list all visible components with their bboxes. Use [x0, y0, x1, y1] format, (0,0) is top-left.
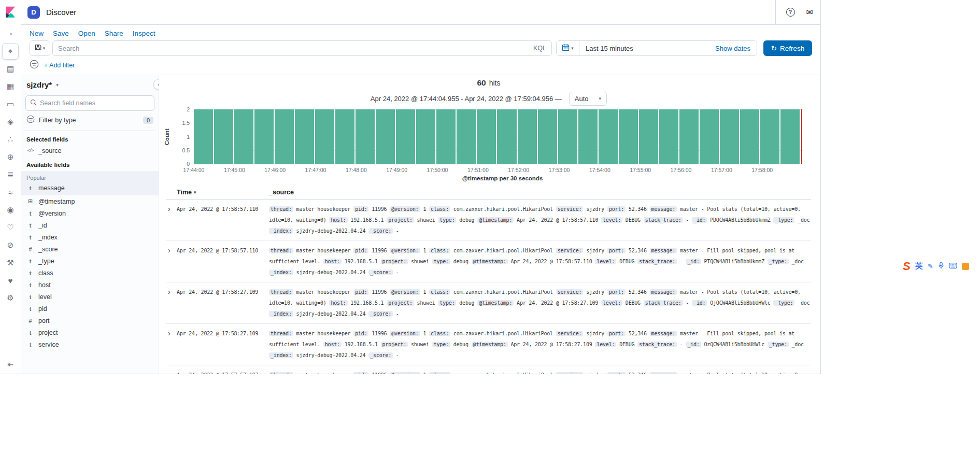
- field-item-@version[interactable]: t@version: [21, 207, 159, 219]
- histogram-bar[interactable]: [760, 109, 779, 164]
- handwriting-icon[interactable]: ✎: [928, 262, 933, 270]
- add-filter-button[interactable]: + Add filter: [44, 62, 75, 69]
- index-pattern-switcher[interactable]: sjzdry* ▾: [21, 75, 159, 92]
- discover-icon[interactable]: ⌖: [0, 42, 21, 60]
- dashboard-icon[interactable]: ▦: [0, 78, 21, 95]
- security-icon[interactable]: ⊘: [0, 236, 21, 254]
- recently-viewed-icon[interactable]: ◔: [0, 25, 21, 42]
- stack-monitoring-icon[interactable]: ♥: [0, 272, 21, 289]
- field-item-service[interactable]: tservice: [21, 338, 159, 350]
- histogram-bar[interactable]: [457, 109, 476, 164]
- histogram-bar[interactable]: [578, 109, 598, 164]
- nav-link-new[interactable]: New: [30, 30, 44, 37]
- histogram-bar[interactable]: [740, 109, 759, 164]
- field-item-_id[interactable]: t_id: [21, 219, 159, 231]
- histogram-bar[interactable]: [497, 109, 516, 164]
- field-item-_source[interactable]: </>_source: [21, 145, 159, 157]
- field-search-input[interactable]: [40, 100, 150, 107]
- histogram-bar[interactable]: [254, 109, 274, 164]
- field-item-message[interactable]: tmessage: [21, 182, 159, 194]
- histogram-bar[interactable]: [538, 109, 557, 164]
- voice-input-icon[interactable]: [938, 262, 944, 271]
- collapse-menu-icon[interactable]: ⇤: [7, 360, 13, 368]
- field-key-badge: pid:: [353, 372, 368, 374]
- visualize-icon[interactable]: ▤: [0, 60, 21, 78]
- interval-select[interactable]: Auto ▾: [569, 92, 607, 106]
- space-avatar[interactable]: D: [27, 6, 40, 19]
- machine-learning-icon[interactable]: ∴: [0, 131, 21, 148]
- language-mode-indicator[interactable]: 英: [915, 261, 923, 271]
- filter-icon[interactable]: [30, 60, 39, 71]
- dev-tools-icon[interactable]: ⚒: [0, 254, 21, 272]
- filter-by-type-button[interactable]: Filter by type 0: [25, 114, 154, 131]
- histogram-bar[interactable]: [639, 109, 658, 164]
- kql-language-button[interactable]: KQL: [528, 45, 546, 52]
- histogram-bar[interactable]: [275, 109, 294, 164]
- histogram-bar[interactable]: [659, 109, 678, 164]
- expand-row-icon[interactable]: ›: [166, 328, 177, 339]
- nav-link-share[interactable]: Share: [105, 30, 123, 37]
- histogram-bar[interactable]: [700, 109, 719, 164]
- saved-query-button[interactable]: ▾: [30, 40, 50, 56]
- histogram-bar[interactable]: [477, 109, 496, 164]
- expand-row-icon[interactable]: ›: [166, 287, 177, 297]
- histogram-bar[interactable]: [315, 109, 334, 164]
- nav-link-inspect[interactable]: Inspect: [133, 30, 155, 37]
- histogram-bar[interactable]: [436, 109, 456, 164]
- field-item-@timestamp[interactable]: ⊞@timestamp: [21, 195, 159, 207]
- refresh-button[interactable]: ↻ Refresh: [763, 40, 812, 56]
- maps-icon[interactable]: ◈: [0, 113, 21, 131]
- time-range-value[interactable]: Last 15 minutes: [579, 45, 633, 52]
- apm-icon[interactable]: ◉: [0, 201, 21, 219]
- search-input[interactable]: [58, 45, 528, 52]
- show-dates-button[interactable]: Show dates: [715, 45, 757, 52]
- field-item-class[interactable]: tclass: [21, 267, 159, 279]
- kibana-logo[interactable]: [0, 0, 21, 25]
- field-item-host[interactable]: thost: [21, 279, 159, 291]
- source-cell: thread: master housekeeper pid: 11996 @v…: [269, 287, 811, 319]
- histogram-bar[interactable]: [214, 109, 233, 164]
- histogram-bar[interactable]: [780, 109, 800, 164]
- histogram-bar[interactable]: [518, 109, 537, 164]
- nav-link-save[interactable]: Save: [53, 30, 69, 37]
- sogou-logo-icon[interactable]: S: [903, 261, 911, 272]
- canvas-icon[interactable]: ▭: [0, 95, 21, 113]
- expand-row-icon[interactable]: ›: [166, 245, 177, 256]
- field-item-pid[interactable]: tpid: [21, 303, 159, 315]
- histogram-bar[interactable]: [356, 109, 375, 164]
- histogram-bar[interactable]: [720, 109, 739, 164]
- histogram-bar[interactable]: [396, 109, 415, 164]
- field-item-level[interactable]: tlevel: [21, 291, 159, 303]
- quick-select-button[interactable]: ▾: [557, 41, 579, 55]
- nav-link-open[interactable]: Open: [78, 30, 95, 37]
- management-icon[interactable]: ⚙: [0, 289, 21, 307]
- field-item-_type[interactable]: t_type: [21, 255, 159, 267]
- histogram-bar[interactable]: [599, 109, 618, 164]
- histogram-bar[interactable]: [376, 109, 395, 164]
- logs-icon[interactable]: ≣: [0, 166, 21, 183]
- number-field-icon: #: [26, 318, 34, 324]
- keyboard-icon[interactable]: [949, 262, 957, 271]
- field-item-project[interactable]: tproject: [21, 327, 159, 338]
- histogram-bar[interactable]: [619, 109, 638, 164]
- select-caret-icon: ▾: [599, 96, 602, 101]
- histogram-bar[interactable]: [295, 109, 314, 164]
- time-column-header[interactable]: Time ▾: [177, 189, 269, 196]
- metrics-icon[interactable]: ≈: [0, 183, 21, 201]
- field-item-_index[interactable]: t_index: [21, 231, 159, 243]
- histogram-bar[interactable]: [194, 109, 213, 164]
- newsfeed-icon[interactable]: ✉: [806, 7, 813, 17]
- uptime-icon[interactable]: ♡: [0, 219, 21, 236]
- expand-row-icon[interactable]: ›: [166, 370, 177, 374]
- expand-row-icon[interactable]: ›: [166, 204, 177, 215]
- histogram-bar[interactable]: [416, 109, 435, 164]
- graph-icon[interactable]: ⊕: [0, 148, 21, 166]
- help-icon[interactable]: ?: [786, 8, 795, 17]
- histogram-bar[interactable]: [335, 109, 354, 164]
- histogram-bar[interactable]: [558, 109, 577, 164]
- histogram-bar[interactable]: [234, 109, 253, 164]
- field-item-_score[interactable]: #_score: [21, 243, 159, 255]
- ime-toolbox-icon[interactable]: [962, 263, 969, 270]
- histogram-bar[interactable]: [679, 109, 699, 164]
- field-item-port[interactable]: #port: [21, 315, 159, 327]
